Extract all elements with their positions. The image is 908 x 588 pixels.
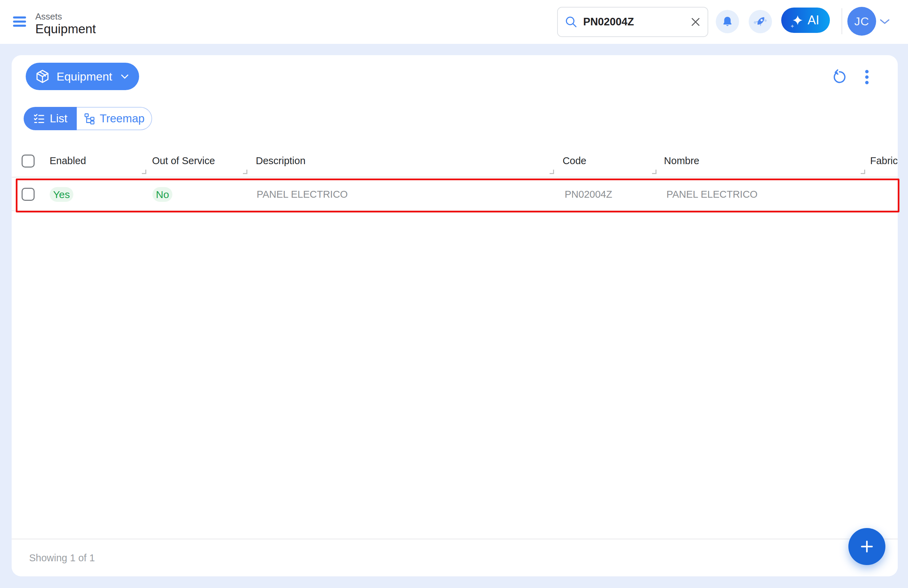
user-menu-button[interactable] <box>879 18 890 25</box>
search-input[interactable] <box>583 16 690 28</box>
column-resize-handle[interactable] <box>142 170 146 174</box>
module-selector-button[interactable]: Equipment <box>26 63 139 90</box>
column-header-nombre[interactable]: Nombre <box>656 145 865 177</box>
column-resize-handle[interactable] <box>550 170 554 174</box>
column-resize-handle[interactable] <box>652 170 657 174</box>
module-selector-label: Equipment <box>56 70 113 83</box>
ai-button-label: AI <box>808 13 819 27</box>
enabled-cell: Yes <box>41 178 146 210</box>
column-header-label: Fabric <box>870 155 898 166</box>
row-checkbox[interactable] <box>22 188 35 201</box>
row-select-cell <box>12 178 41 210</box>
out-of-service-badge: No <box>153 187 172 202</box>
more-options-button[interactable] <box>857 68 876 87</box>
column-resize-handle[interactable] <box>243 170 247 174</box>
code-value: PN02004Z <box>565 189 612 200</box>
description-value: PANEL ELECTRICO <box>257 189 348 200</box>
column-header-label: Code <box>563 155 586 166</box>
nombre-value: PANEL ELECTRICO <box>667 189 758 200</box>
refresh-button[interactable] <box>830 68 849 87</box>
column-resize-handle[interactable] <box>861 170 865 174</box>
hamburger-icon <box>13 23 26 28</box>
page-title: Equipment <box>35 22 96 36</box>
breadcrumb: Assets <box>35 11 96 22</box>
ai-assistant-button[interactable]: AI <box>781 8 830 33</box>
view-toggle: List Treemap <box>24 107 152 130</box>
column-header-code[interactable]: Code <box>553 145 656 177</box>
nombre-cell: PANEL ELECTRICO <box>658 178 868 210</box>
user-avatar[interactable]: JC <box>847 7 876 35</box>
column-header-label: Enabled <box>50 155 86 166</box>
topbar: Assets Equipment <box>0 0 908 44</box>
select-all-cell <box>12 145 41 177</box>
fabricante-cell <box>868 178 898 210</box>
showing-count: Showing 1 of 1 <box>29 553 95 564</box>
column-header-out-of-service[interactable]: Out of Service <box>146 145 247 177</box>
code-cell: PN02004Z <box>555 178 658 210</box>
chevron-down-icon <box>121 74 129 79</box>
refresh-icon <box>831 69 848 85</box>
column-header-fabricante[interactable]: Fabric <box>865 145 898 177</box>
checklist-icon <box>33 113 45 125</box>
add-button[interactable] <box>848 528 885 565</box>
tab-list-label: List <box>50 112 67 125</box>
notifications-button[interactable] <box>716 10 739 33</box>
table-header: Enabled Out of Service Description Code … <box>12 145 898 177</box>
plus-icon <box>859 538 875 555</box>
clear-search-button[interactable] <box>690 16 701 28</box>
whats-new-button[interactable] <box>749 10 772 33</box>
column-header-label: Nombre <box>664 155 699 166</box>
treemap-icon <box>84 113 95 124</box>
column-header-label: Out of Service <box>152 155 215 166</box>
avatar-initials: JC <box>854 15 869 28</box>
column-header-description[interactable]: Description <box>247 145 553 177</box>
content-card: Equipment <box>12 55 898 576</box>
topbar-divider <box>842 8 842 34</box>
column-header-label: Description <box>256 155 305 166</box>
chevron-down-icon <box>879 21 890 26</box>
bell-icon <box>721 15 734 28</box>
tab-list[interactable]: List <box>24 107 77 130</box>
close-icon <box>691 17 701 27</box>
pagination-footer: Showing 1 of 1 <box>12 539 898 576</box>
table-row[interactable]: Yes No PANEL ELECTRICO PN02004Z PANEL EL… <box>12 178 898 211</box>
column-header-enabled[interactable]: Enabled <box>41 145 146 177</box>
rocket-icon <box>753 15 767 29</box>
enabled-badge: Yes <box>50 187 73 202</box>
description-cell: PANEL ELECTRICO <box>248 178 555 210</box>
select-all-checkbox[interactable] <box>22 155 35 168</box>
kebab-menu-icon <box>865 69 869 85</box>
package-icon <box>35 69 50 84</box>
search-box[interactable] <box>557 7 708 37</box>
tab-treemap[interactable]: Treemap <box>77 107 152 130</box>
tab-treemap-label: Treemap <box>100 112 145 125</box>
menu-button[interactable] <box>13 16 26 27</box>
search-icon <box>565 15 578 29</box>
out-of-service-cell: No <box>146 178 248 210</box>
page-heading: Assets Equipment <box>35 11 96 36</box>
sparkle-small-icon <box>790 24 795 29</box>
